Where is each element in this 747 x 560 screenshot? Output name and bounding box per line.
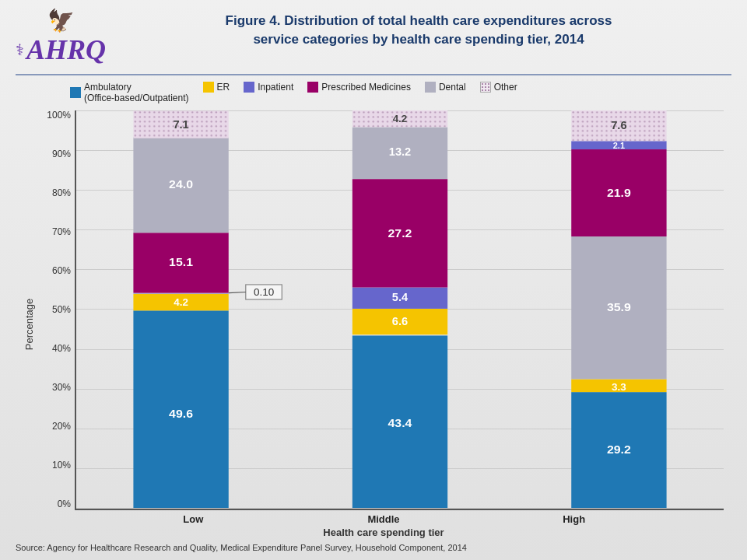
legend-item-inpatient: Inpatient [244, 82, 293, 93]
y-tick-20: 20% [44, 422, 75, 431]
er-swatch [203, 82, 214, 93]
inpatient-label: Inpatient [258, 82, 293, 93]
low-ambulatory-label: 49.6 [169, 407, 193, 420]
y-tick-10: 10% [44, 460, 75, 470]
middle-ambulatory-label: 43.4 [388, 416, 412, 429]
high-prescribed-label: 21.9 [607, 186, 631, 199]
y-tick-0: 0% [44, 499, 75, 509]
x-label-low: Low [154, 513, 232, 525]
middle-inpatient-label: 5.4 [392, 291, 408, 303]
high-er-label: 3.3 [612, 381, 626, 393]
high-inpatient-label: 2.1 [613, 141, 625, 150]
prescribed-label: Prescribed Medicines [321, 82, 411, 93]
middle-dental-label: 13.2 [389, 145, 412, 158]
low-dental-label: 24.0 [169, 177, 193, 191]
chart-plot-area: 0% 10% 20% 30% 40% 50% 60% 70% 80% 90% 1… [44, 110, 724, 510]
bars-and-grid: 49.6 4.2 15.1 24.0 [75, 110, 724, 510]
y-tick-30: 30% [44, 383, 75, 392]
ahrq-text: AHRQ [26, 33, 106, 66]
low-prescribed-label: 15.1 [169, 255, 193, 268]
legend-item-dental: Dental [425, 82, 466, 93]
middle-other-label: 4.2 [393, 113, 408, 124]
y-ticks: 0% 10% 20% 30% 40% 50% 60% 70% 80% 90% 1… [44, 110, 75, 510]
source-text: Source: Agency for Healthcare Research a… [16, 543, 731, 552]
low-callout-line [229, 292, 246, 292]
header-divider [16, 74, 731, 75]
low-callout-text: 0.10 [254, 286, 274, 298]
y-tick-60: 60% [44, 266, 75, 275]
high-dental-label: 35.9 [607, 300, 631, 313]
high-ambulatory-label: 29.2 [607, 443, 631, 456]
title-area: Figure 4. Distribution of total health c… [106, 8, 731, 49]
x-label-middle: Middle [345, 513, 423, 525]
y-tick-80: 80% [44, 188, 75, 198]
chart-inner: 0% 10% 20% 30% 40% 50% 60% 70% 80% 90% 1… [44, 110, 724, 538]
prescribed-swatch [307, 82, 318, 93]
chart-title: Figure 4. Distribution of total health c… [106, 12, 731, 49]
page-container: 🦅 ⚕ AHRQ Figure 4. Distribution of total… [0, 0, 747, 560]
y-tick-90: 90% [44, 149, 75, 159]
y-axis-label: Percentage [23, 110, 40, 538]
other-swatch [480, 82, 491, 93]
legend-item-other: Other [480, 82, 517, 93]
er-label: ER [217, 82, 230, 93]
y-tick-50: 50% [44, 305, 75, 314]
dental-label: Dental [439, 82, 466, 93]
x-label-high: High [535, 513, 613, 525]
chart-area: Percentage 0% 10% 20% 30% 40% 50% 60% 70… [23, 110, 724, 538]
low-other-label: 7.1 [173, 118, 188, 131]
dental-swatch [425, 82, 436, 93]
header: 🦅 ⚕ AHRQ Figure 4. Distribution of total… [16, 8, 731, 66]
legend-item-ambulatory: Ambulatory (Office-based/Outpatient) [70, 82, 189, 104]
x-axis-title: Health care spending tier [44, 527, 724, 538]
legend-item-prescribed: Prescribed Medicines [307, 82, 411, 93]
high-other-label: 7.6 [611, 119, 626, 131]
middle-er-label: 6.6 [392, 315, 408, 327]
other-label: Other [494, 82, 517, 93]
inpatient-swatch [244, 82, 254, 93]
middle-prescribed-label: 27.2 [388, 226, 412, 240]
x-axis-labels: Low Middle High [44, 510, 724, 525]
eagle-icon: 🦅 [47, 8, 75, 33]
low-er-label: 4.2 [174, 296, 188, 308]
ahrq-logo: ⚕ AHRQ [16, 33, 106, 66]
legend: Ambulatory (Office-based/Outpatient) ER … [23, 82, 724, 104]
y-tick-40: 40% [44, 344, 75, 353]
y-tick-100: 100% [44, 110, 75, 120]
ambulatory-label: Ambulatory (Office-based/Outpatient) [84, 82, 189, 104]
y-tick-70: 70% [44, 227, 75, 236]
chart-svg: 49.6 4.2 15.1 24.0 [76, 110, 724, 509]
chart-container: Ambulatory (Office-based/Outpatient) ER … [16, 82, 731, 538]
ambulatory-swatch [70, 87, 81, 98]
logo-area: 🦅 ⚕ AHRQ [16, 8, 106, 66]
logo-symbol: ⚕ [16, 40, 24, 59]
legend-item-er: ER [203, 82, 230, 93]
